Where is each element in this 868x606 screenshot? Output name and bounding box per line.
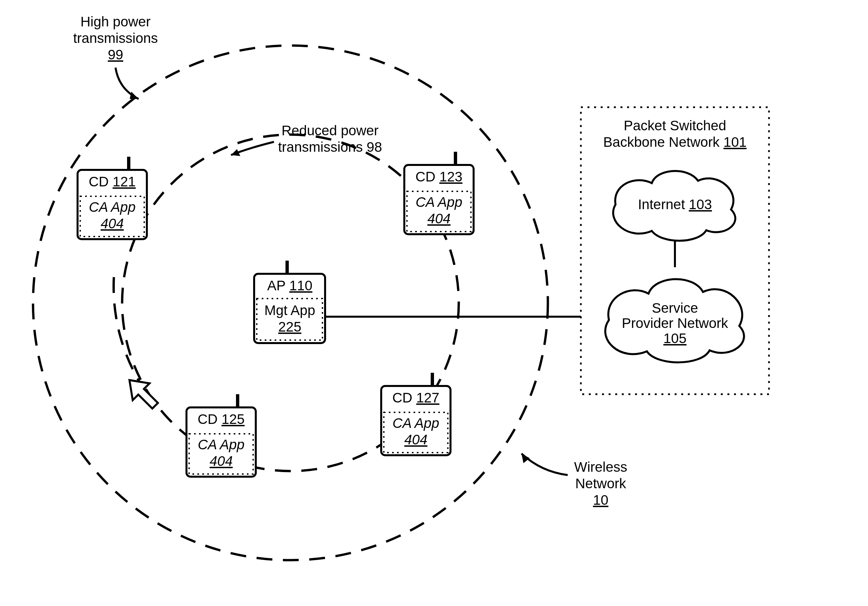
backbone-l1: Packet Switched (624, 118, 726, 133)
svg-marker-3 (121, 372, 164, 414)
cd-125-app: CA App (198, 437, 245, 452)
high-power-label: High power transmissions 99 (73, 14, 158, 99)
ap-label: AP 110 (267, 278, 312, 293)
backbone-l2: Backbone Network 101 (603, 134, 747, 150)
high-power-ref: 99 (108, 47, 124, 62)
cd-125: CD 125 CA App 404 (186, 394, 256, 477)
cd-125-label: CD 125 (198, 411, 245, 427)
svg-marker-0 (130, 92, 139, 99)
high-power-text-l2: transmissions (73, 30, 158, 46)
cd-121-app: CA App (89, 199, 136, 215)
cd-121: CD 121 CA App 404 (78, 157, 147, 239)
cd-123-app-ref: 404 (428, 211, 451, 226)
wireless-ref: 10 (593, 492, 609, 508)
reduced-power-label: Reduced power transmissions 98 (231, 123, 382, 156)
cd-127-app: CA App (392, 415, 439, 431)
cd-123: CD 123 CA App 404 (404, 152, 474, 234)
wireless-text-l1: Wireless (574, 459, 627, 475)
wireless-text-l2: Network (575, 476, 626, 491)
wireless-network-label: Wireless Network 10 (521, 454, 628, 508)
internet-label: Internet 103 (638, 196, 712, 212)
cd-127-app-ref: 404 (404, 432, 428, 447)
cd-123-label: CD 123 (415, 169, 462, 184)
ap-device: AP 110 Mgt App 225 (254, 261, 325, 343)
cd-125-app-ref: 404 (209, 453, 232, 469)
internet-cloud: Internet 103 (613, 171, 735, 241)
ap-mgt-ref: 225 (278, 319, 301, 334)
high-power-text-l1: High power (81, 14, 150, 29)
reduced-text-l2: transmissions 98 (278, 139, 382, 155)
svg-marker-2 (521, 454, 530, 463)
spn-l1: Service (652, 300, 698, 316)
cd-121-label: CD 121 (89, 174, 136, 189)
reduced-text-l1: Reduced power (282, 123, 378, 138)
spn-l2: Provider Network (622, 315, 728, 331)
cd-127-label: CD 127 (392, 390, 439, 405)
backbone-group: Packet Switched Backbone Network 101 Int… (581, 107, 769, 394)
cd-127: CD 127 CA App 404 (381, 373, 451, 455)
network-diagram: High power transmissions 99 Reduced powe… (0, 0, 868, 606)
ap-mgt-l1: Mgt App (264, 303, 315, 318)
spn-cloud: Service Provider Network 105 (605, 279, 744, 362)
cd-121-app-ref: 404 (101, 216, 124, 231)
cd-123-app: CA App (415, 194, 462, 210)
spn-ref: 105 (663, 331, 687, 346)
